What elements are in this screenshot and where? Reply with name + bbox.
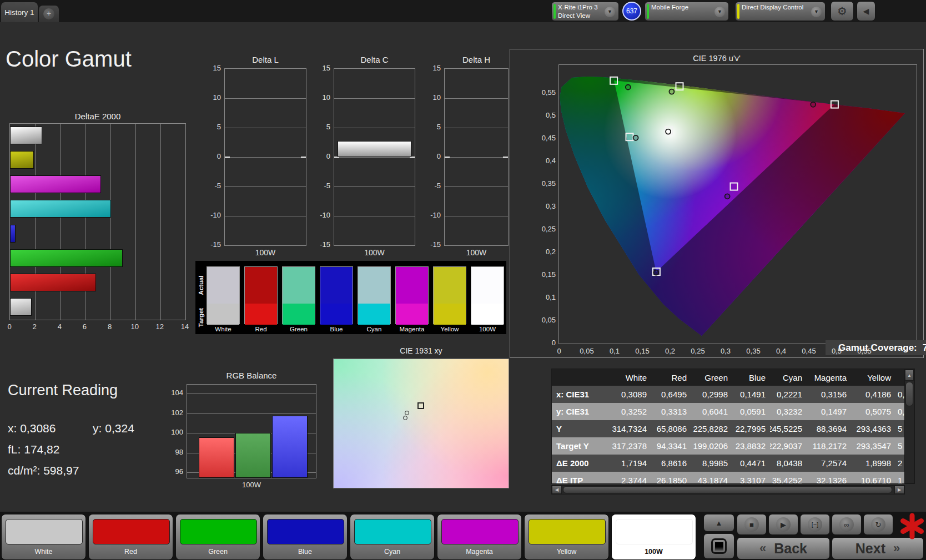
cell: 32,1326 (807, 472, 851, 484)
gridline (225, 128, 306, 128)
pattern-button-blue[interactable]: Blue (263, 514, 348, 560)
cie1976-x-tick: 0,05 (573, 347, 600, 355)
collapse-panel-button[interactable]: ◀ (857, 1, 875, 21)
stop-button[interactable]: ■ (737, 514, 767, 535)
back-button[interactable]: « Back (737, 537, 830, 559)
table-header-row: WhiteRedGreenBlueCyanMagentaYellow (552, 369, 905, 386)
pattern-button-cyan[interactable]: Cyan (350, 514, 435, 560)
table-h-scrollbar[interactable]: ◀▶ (551, 485, 905, 495)
cie1976-y-tick: 0,4 (529, 157, 556, 165)
table-row--e-itp: ΔE ITP2,374426,185043,18743,310735,42523… (552, 472, 905, 484)
workflow-status-indicator (647, 4, 649, 19)
cie1931-measured-marker (405, 411, 409, 415)
pattern-button-yellow[interactable]: Yellow (524, 514, 609, 560)
actual-swatch (434, 267, 466, 304)
gridline (334, 128, 415, 128)
settings-button[interactable]: ⚙ (831, 1, 854, 21)
scroll-right-arrow[interactable]: ▶ (894, 486, 904, 494)
table-v-scrollbar[interactable]: ▲ (904, 369, 914, 483)
pattern-swatch (6, 519, 83, 544)
row-label: ΔE ITP (552, 472, 611, 484)
target-swatch (358, 304, 390, 325)
ambient-reading-badge[interactable]: 637 (622, 2, 641, 21)
cell: 0,3089 (611, 386, 651, 403)
cell: 0,1491 (732, 386, 770, 403)
cell: 222,9037 (770, 437, 807, 455)
pattern-button-white[interactable]: White (1, 514, 86, 560)
app-window: History 1 + X-Rite i1Pro 3 Direct View ▼… (0, 0, 926, 560)
display-control-dropdown[interactable]: Direct Display Control ▼ (735, 2, 826, 21)
cell: 8,9985 (691, 455, 732, 472)
cell: 0,0591 (732, 403, 770, 420)
row-label: y: CIE31 (552, 403, 611, 420)
range-button[interactable]: [−] (800, 514, 830, 535)
scroll-up-arrow[interactable]: ▲ (905, 370, 914, 381)
workflow-name: Mobile Forge (651, 4, 688, 11)
cie1976-y-tick: 0,05 (529, 316, 556, 324)
pattern-button-green[interactable]: Green (175, 514, 260, 560)
pattern-label: Red (89, 548, 173, 556)
x-tick-label: 14 (178, 322, 192, 331)
pattern-window-button[interactable] (703, 533, 734, 559)
rgb-balance-x-label: 100W (187, 481, 316, 489)
pattern-button-magenta[interactable]: Magenta (437, 514, 522, 560)
next-button[interactable]: Next » (832, 537, 924, 559)
tab-history-1[interactable]: History 1 (1, 2, 38, 22)
target-swatch (207, 304, 239, 325)
meter-status-indicator (553, 4, 556, 19)
h-scroll-thumb[interactable] (563, 486, 892, 493)
v-scroll-thumb[interactable] (905, 382, 913, 406)
swatch-column-cyan (358, 266, 391, 324)
delta_l-x-label: 100W (224, 248, 306, 257)
delta_c-bar (338, 141, 411, 157)
delta_c-chart (334, 68, 415, 246)
play-icon: ▶ (776, 517, 791, 532)
bar-green (235, 433, 271, 478)
refresh-button[interactable]: ↻ (863, 514, 893, 535)
gridline (334, 216, 415, 216)
pattern-label: White (2, 548, 85, 556)
cie1976-x-tick: 0,45 (796, 347, 822, 355)
measurement-table: WhiteRedGreenBlueCyanMagentaYellowx: CIE… (551, 369, 915, 484)
add-tab-button[interactable]: + (39, 6, 59, 22)
delta_l-title: Delta L (224, 55, 306, 64)
cell: 7,2574 (807, 455, 851, 472)
cell: 3,3107 (732, 472, 770, 484)
delta_c-y-tick: 10 (310, 93, 330, 102)
zero-tick (503, 157, 508, 158)
workflow-dropdown[interactable]: Mobile Forge ▼ (645, 2, 729, 21)
delta_l-y-tick: 15 (201, 64, 221, 72)
cell: 0,4186 (851, 386, 895, 403)
pattern-list-up-button[interactable]: ▲ (703, 514, 734, 532)
cie1976-x-tick: 0,5 (823, 347, 850, 355)
meter-name: X-Rite i1Pro 3 (558, 4, 598, 11)
measured-marker-green (626, 85, 631, 90)
meter-dropdown[interactable]: X-Rite i1Pro 3 Direct View ▼ (551, 2, 619, 21)
refresh-icon: ↻ (871, 517, 885, 532)
cie1976-x-tick: 0,4 (768, 347, 794, 355)
pattern-button-100w[interactable]: 100W (611, 514, 696, 560)
tab-label: History 1 (4, 8, 34, 17)
delta_h-y-tick: 0 (421, 152, 441, 160)
rgb-y-tick: 102 (163, 408, 183, 417)
delta_h-y-tick: -15 (421, 240, 441, 249)
bar-red (10, 274, 96, 291)
swatch-column-yellow (433, 266, 466, 324)
target-swatch (434, 304, 466, 325)
play-button[interactable]: ▶ (768, 514, 798, 535)
scroll-left-arrow[interactable]: ◀ (552, 486, 562, 494)
infinity-button[interactable]: ∞ (832, 514, 862, 535)
cell: 1,8998 (851, 455, 895, 472)
chevron-down-icon: ▼ (714, 7, 725, 17)
cell: 0,6041 (691, 403, 732, 420)
cell: 2,3744 (611, 472, 651, 484)
pattern-button-red[interactable]: Red (88, 514, 173, 560)
zero-tick (301, 157, 306, 158)
actual-swatch (245, 267, 277, 304)
notification-asterisk-icon[interactable] (899, 513, 925, 539)
delta_c-y-tick: -5 (310, 181, 330, 190)
cie1976-y-tick: 0,35 (529, 179, 556, 188)
swatch-label: Red (244, 326, 278, 332)
actual-swatch (283, 267, 315, 304)
cie1976-y-tick: 0 (529, 339, 556, 347)
